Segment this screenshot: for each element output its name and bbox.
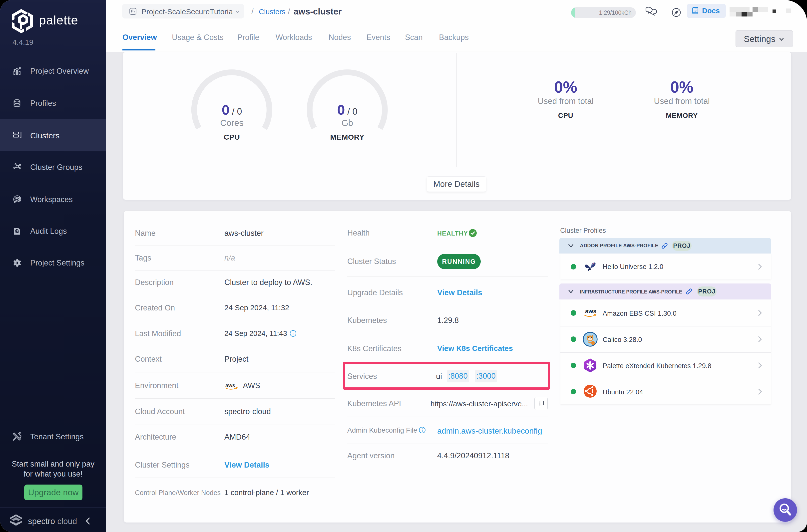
svg-text:aws: aws [225,382,236,388]
svg-text:aws: aws [585,308,596,315]
